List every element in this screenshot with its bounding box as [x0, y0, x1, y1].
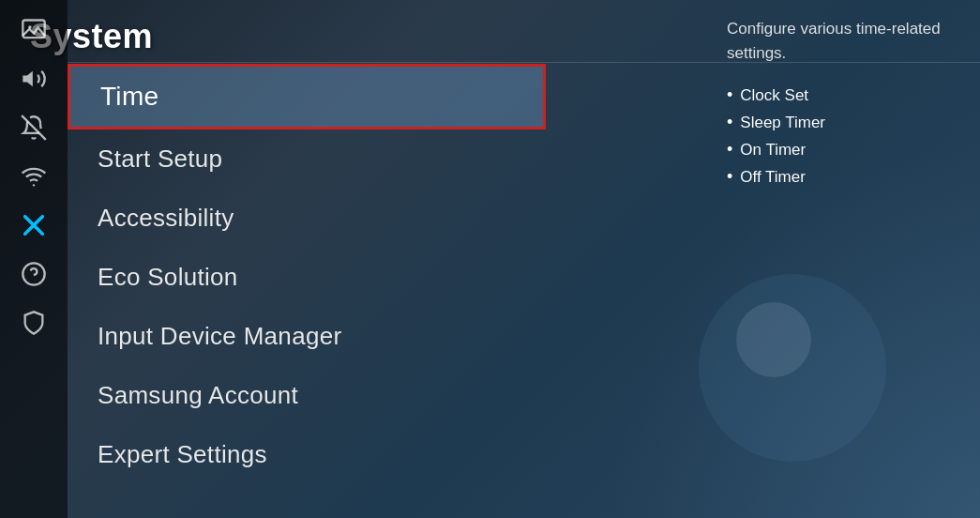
menu-list: Time Start Setup Accessibility Eco Solut… [68, 64, 546, 484]
picture-icon[interactable] [13, 9, 54, 51]
info-description: Configure various time-related settings. [727, 17, 961, 65]
sound-icon[interactable] [13, 58, 54, 99]
svg-rect-0 [23, 21, 44, 38]
info-list: Clock Set Sleep Timer On Timer Off Timer [727, 82, 961, 190]
svg-marker-2 [23, 71, 32, 86]
info-item-sleep-timer: Sleep Timer [727, 109, 961, 136]
notifications-off-icon[interactable] [13, 107, 54, 148]
info-item-clock-set: Clock Set [727, 82, 961, 109]
svg-point-4 [33, 184, 35, 186]
menu-item-start-setup[interactable]: Start Setup [68, 130, 546, 189]
support-icon[interactable] [13, 253, 54, 295]
menu-item-expert-settings[interactable]: Expert Settings [68, 425, 546, 484]
menu-item-input-device-manager[interactable]: Input Device Manager [68, 307, 546, 366]
network-icon[interactable] [13, 156, 54, 197]
tools-icon[interactable] [13, 205, 54, 246]
sidebar [0, 0, 68, 518]
info-panel: Configure various time-related settings.… [708, 0, 980, 518]
security-icon[interactable] [13, 302, 54, 343]
menu-item-accessibility[interactable]: Accessibility [68, 189, 546, 248]
svg-line-3 [22, 115, 46, 140]
menu-item-eco-solution[interactable]: Eco Solution [68, 248, 546, 307]
menu-item-time[interactable]: Time [68, 64, 546, 130]
info-item-off-timer: Off Timer [727, 163, 961, 190]
info-item-on-timer: On Timer [727, 136, 961, 163]
menu-item-samsung-account[interactable]: Samsung Account [68, 366, 546, 425]
